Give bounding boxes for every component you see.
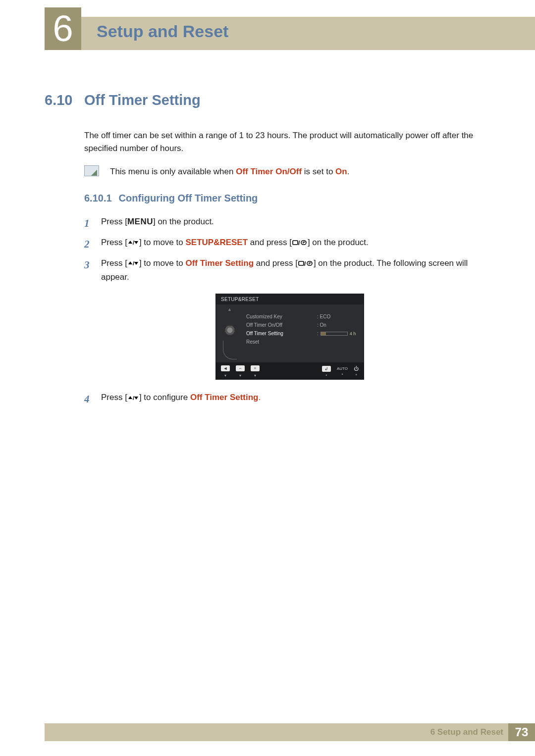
back-button-icon: ◄ — [221, 365, 230, 371]
section-number: 6.10 — [45, 92, 75, 108]
chapter-number-box: 6 — [45, 7, 81, 50]
osd-slider — [321, 332, 348, 336]
osd-slider-fill — [321, 332, 326, 335]
note-row: This menu is only available when Off Tim… — [84, 165, 495, 178]
step-1-text: Press [MENU] on the product. — [101, 215, 214, 233]
s4a: Press [ — [101, 393, 127, 402]
note-prefix: This menu is only available when — [110, 167, 236, 176]
osd-power-col: ⏻• — [354, 366, 359, 377]
footer-text: 6 Setup and Reset — [430, 727, 503, 737]
svg-rect-5 — [301, 241, 306, 245]
up-down-arrow-icon: / — [128, 260, 139, 266]
minus-button-icon: − — [236, 365, 245, 371]
note-bold-1: Off Timer On/Off — [236, 167, 302, 176]
page-footer: 6 Setup and Reset 73 — [45, 723, 535, 741]
step-2: 2 Press [/] to move to SETUP&RESET and p… — [84, 236, 495, 253]
s2c: and press [ — [248, 238, 292, 247]
source-enter-icon: / — [292, 239, 307, 246]
svg-marker-12 — [128, 396, 132, 399]
s3b: ] to move to — [139, 258, 186, 268]
osd-dot-6: • — [355, 372, 357, 377]
osd-val-3-label: 4 h — [350, 331, 356, 336]
osd-footer-right: ↲• AUTO• ⏻• — [322, 366, 359, 378]
step-num-3: 3 — [84, 256, 92, 285]
osd-val-1: : ECO — [317, 312, 361, 321]
s4bold: Off Timer Setting — [190, 393, 259, 402]
note-suffix: . — [347, 167, 350, 176]
auto-label: AUTO — [337, 366, 348, 371]
osd-footer-left: ◄▾ −▾ +▾ — [221, 365, 260, 378]
s4c: . — [259, 393, 261, 402]
osd-val-3: : 4 h — [317, 329, 361, 338]
svg-rect-3 — [293, 241, 298, 245]
power-icon: ⏻ — [354, 366, 359, 371]
step-4: 4 Press [/] to configure Off Timer Setti… — [84, 391, 495, 408]
step-num-2: 2 — [84, 236, 92, 253]
s2b: ] to move to — [139, 238, 186, 247]
osd-value-col: : ECO : On : 4 h — [314, 304, 364, 362]
s1a: Press [ — [101, 217, 127, 226]
osd-curve — [223, 341, 237, 359]
chapter-number: 6 — [53, 10, 73, 47]
osd-item-off-timer-onoff: Off Timer On/Off — [243, 321, 314, 329]
osd-dot-5: • — [341, 372, 343, 377]
subsection-heading: 6.10.1 Configuring Off Timer Setting — [84, 193, 495, 204]
section-body: 6.10 Off Timer Setting The off timer can… — [45, 92, 495, 411]
osd-nav-up-icon: ▲ — [227, 307, 232, 312]
osd-title: SETUP&RESET — [216, 294, 364, 304]
osd-enter-col: ↲• — [322, 366, 331, 378]
section-intro: The off timer can be set within a range … — [84, 129, 495, 155]
s3a: Press [ — [101, 258, 127, 268]
note-icon — [84, 165, 99, 176]
subsection-number: 6.10.1 — [84, 193, 112, 204]
svg-text:/: / — [133, 395, 134, 401]
osd-dot-1: ▾ — [224, 373, 226, 378]
up-down-arrow-icon: / — [128, 240, 139, 246]
osd-dot-3: ▾ — [254, 373, 256, 378]
osd-screenshot: SETUP&RESET ▲ Customized Key Off Timer O… — [84, 294, 495, 380]
s2bold: SETUP&RESET — [185, 238, 248, 247]
s2d: ] on the product. — [308, 238, 369, 247]
note-mid: is set to — [302, 167, 335, 176]
gear-icon — [224, 325, 235, 336]
svg-text:/: / — [133, 240, 134, 246]
step-4-text: Press [/] to configure Off Timer Setting… — [101, 391, 261, 408]
s1b: ] on the product. — [153, 217, 214, 226]
section-title: Off Timer Setting — [84, 92, 201, 108]
osd-body: ▲ Customized Key Off Timer On/Off Off Ti… — [216, 304, 364, 362]
svg-marker-8 — [134, 262, 138, 265]
osd-footer: ◄▾ −▾ +▾ ↲• AUTO• ⏻• — [216, 362, 364, 379]
osd-dot-4: • — [325, 373, 327, 378]
osd-left-col: ▲ — [216, 304, 243, 362]
svg-marker-0 — [128, 241, 132, 244]
svg-marker-14 — [134, 397, 138, 400]
svg-rect-11 — [307, 261, 312, 265]
svg-marker-6 — [128, 261, 132, 264]
step-num-1: 1 — [84, 215, 92, 233]
svg-text:/: / — [133, 260, 134, 266]
subsection-title: Configuring Off Timer Setting — [119, 193, 258, 204]
osd-item-customized-key: Customized Key — [243, 312, 314, 321]
osd-val-2: : On — [317, 321, 361, 329]
osd-auto-col: AUTO• — [337, 366, 348, 377]
svg-rect-9 — [299, 261, 304, 265]
enter-button-icon: ↲ — [322, 366, 331, 372]
svg-marker-2 — [134, 241, 138, 244]
s3c: and press [ — [254, 258, 298, 268]
footer-page-number: 73 — [508, 723, 535, 741]
osd-val-3-prefix: : — [317, 331, 319, 336]
osd-item-reset: Reset — [243, 338, 314, 346]
step-3: 3 Press [/] to move to Off Timer Setting… — [84, 256, 495, 285]
step-3-text: Press [/] to move to Off Timer Setting a… — [101, 256, 495, 285]
osd-minus-col: −▾ — [236, 365, 245, 378]
osd-plus-col: +▾ — [251, 365, 260, 378]
source-enter-icon: / — [298, 260, 313, 267]
step-1: 1 Press [MENU] on the product. — [84, 215, 495, 233]
svg-text:/: / — [298, 240, 300, 246]
section-heading: 6.10 Off Timer Setting — [45, 92, 495, 108]
up-down-arrow-icon: / — [128, 395, 139, 401]
menu-label: MENU — [127, 217, 153, 226]
plus-button-icon: + — [251, 365, 260, 371]
step-num-4: 4 — [84, 391, 92, 408]
chapter-title: Setup and Reset — [97, 22, 228, 41]
